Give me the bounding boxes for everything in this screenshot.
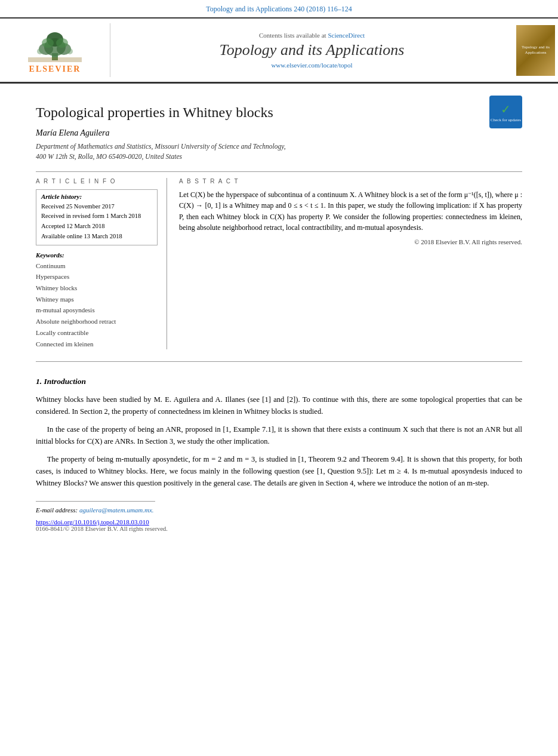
- journal-center-info: Contents lists available at ScienceDirec…: [110, 23, 513, 77]
- svg-rect-9: [28, 57, 82, 62]
- accepted-date: Accepted 12 March 2018: [41, 222, 152, 232]
- email-link[interactable]: aguilera@matem.umam.mx.: [79, 506, 154, 514]
- section-divider: [36, 361, 522, 362]
- sciencedirect-link[interactable]: ScienceDirect: [328, 32, 365, 39]
- svg-point-6: [56, 38, 68, 48]
- thumb-title-text: Topology and its Applications: [519, 45, 553, 56]
- keyword-item: Continuum: [36, 260, 158, 272]
- elsevier-wordmark: ELSEVIER: [29, 64, 81, 74]
- publisher-logo-area: ELSEVIER: [0, 23, 110, 77]
- header-divider: [36, 171, 522, 172]
- article-history-block: Article history: Received 25 November 20…: [36, 189, 158, 245]
- received-date: Received 25 November 2017: [41, 202, 152, 212]
- email-footnote: E-mail address: aguilera@matem.umam.mx.: [36, 506, 522, 514]
- keyword-item: Hyperspaces: [36, 271, 158, 282]
- journal-url: www.elsevier.com/locate/topol: [271, 62, 352, 69]
- article-info-abstract-section: A R T I C L E I N F O Article history: R…: [36, 178, 522, 350]
- check-updates-label: Check for updates: [491, 118, 521, 122]
- copyright-line: © 2018 Elsevier B.V. All rights reserved…: [179, 238, 522, 245]
- doi-link[interactable]: https://doi.org/10.1016/j.topol.2018.03.…: [36, 518, 149, 525]
- title-row: Topological properties in Whitney blocks…: [36, 96, 522, 128]
- abstract-column: A B S T R A C T Let C(X) be the hyperspa…: [179, 178, 522, 350]
- main-content: Topological properties in Whitney blocks…: [0, 84, 558, 550]
- intro-para-2: In the case of the property of being an …: [36, 423, 522, 447]
- keywords-list: ContinuumHyperspacesWhitney blocksWhitne…: [36, 260, 158, 350]
- history-title: Article history:: [41, 193, 152, 200]
- svg-point-8: [67, 48, 73, 54]
- svg-point-7: [37, 48, 43, 54]
- keyword-item: Absolute neighborhood retract: [36, 316, 158, 327]
- history-content: Received 25 November 2017 Received in re…: [41, 202, 152, 242]
- journal-thumbnail-area: Topology and its Applications: [513, 23, 558, 77]
- checkmark-icon: ✓: [501, 102, 511, 116]
- keyword-item: Whitney blocks: [36, 282, 158, 294]
- issn-line: 0166-8641/© 2018 Elsevier B.V. All right…: [36, 525, 522, 532]
- elsevier-logo: ELSEVIER: [28, 26, 82, 74]
- author-affiliation: Department of Mathematics and Statistics…: [36, 142, 522, 162]
- article-title: Topological properties in Whitney blocks: [36, 105, 273, 121]
- available-date: Available online 13 March 2018: [41, 232, 152, 242]
- keywords-block: Keywords: ContinuumHyperspacesWhitney bl…: [36, 251, 158, 350]
- keyword-item: Connected im kleinen: [36, 339, 158, 350]
- email-label: E-mail address:: [36, 506, 78, 514]
- journal-cover-thumbnail: Topology and its Applications: [516, 25, 555, 76]
- intro-para-1: Whitney blocks have been studied by M. E…: [36, 394, 522, 417]
- keyword-item: Locally contractible: [36, 327, 158, 339]
- journal-title: Topology and its Applications: [220, 41, 405, 59]
- svg-point-5: [42, 38, 54, 48]
- elsevier-tree-icon: [28, 26, 82, 62]
- abstract-text: Let C(X) be the hyperspace of subcontinu…: [179, 189, 522, 233]
- article-info-column: A R T I C L E I N F O Article history: R…: [36, 178, 167, 350]
- doi-line: https://doi.org/10.1016/j.topol.2018.03.…: [36, 518, 522, 525]
- introduction-section: 1. Introduction Whitney blocks have been…: [36, 377, 522, 489]
- journal-header: ELSEVIER Contents lists available at Sci…: [0, 19, 558, 84]
- check-updates-badge: ✓ Check for updates: [489, 96, 522, 128]
- keyword-item: m-mutual aposyndesis: [36, 305, 158, 316]
- journal-ref-text: Topology and its Applications 240 (2018)…: [206, 5, 352, 13]
- contents-available-text: Contents lists available at ScienceDirec…: [259, 32, 365, 39]
- intro-heading: 1. Introduction: [36, 377, 522, 386]
- intro-para-3: The property of being m-mutually aposynd…: [36, 453, 522, 489]
- footnote-divider: [36, 501, 155, 502]
- keyword-item: Whitney maps: [36, 294, 158, 305]
- article-info-label: A R T I C L E I N F O: [36, 178, 158, 185]
- author-name: María Elena Aguilera: [36, 128, 522, 138]
- abstract-label: A B S T R A C T: [179, 178, 522, 185]
- keywords-title: Keywords:: [36, 251, 158, 259]
- revised-date: Received in revised form 1 March 2018: [41, 211, 152, 222]
- journal-reference-bar: Topology and its Applications 240 (2018)…: [0, 0, 558, 19]
